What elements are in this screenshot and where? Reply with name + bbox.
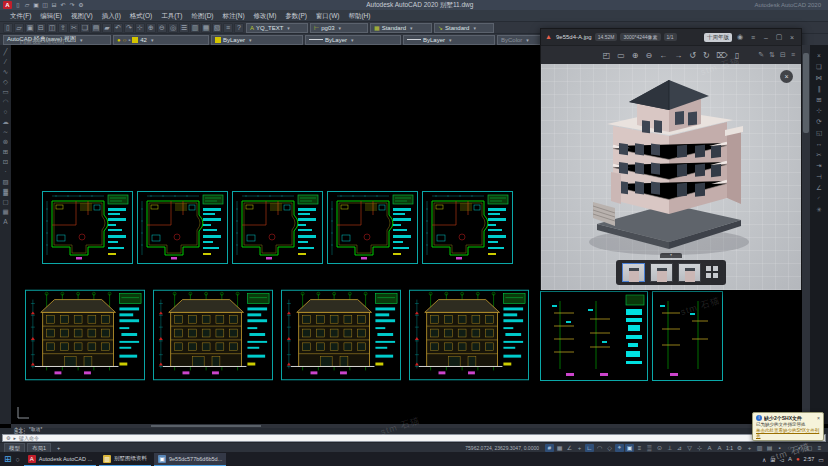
viewer-title-bar[interactable]: ▲ 9e55d4-A.jpg 14.52M3000*4244像素1/1 十周年版… xyxy=(541,29,801,45)
mleader-style-combo[interactable]: ↘ Standard xyxy=(434,23,494,33)
layout-tab[interactable]: 模型 xyxy=(4,443,25,453)
clean-screen-icon[interactable]: ▢ xyxy=(805,444,814,452)
save-icon[interactable]: ▣ xyxy=(25,23,35,33)
plot-icon[interactable]: ⊟ xyxy=(50,1,58,9)
grid-icon[interactable]: # xyxy=(545,444,554,452)
thumbnail-1[interactable] xyxy=(622,263,645,282)
trim-icon[interactable]: ✂ xyxy=(815,150,824,159)
menu-item[interactable]: 窗口(W) xyxy=(312,10,343,21)
taskbar-search-icon[interactable]: ○ xyxy=(16,456,20,463)
user-icon[interactable]: ◉ xyxy=(735,33,745,41)
autoscale-icon[interactable]: A xyxy=(715,444,724,452)
properties-icon[interactable]: ☰ xyxy=(179,23,189,33)
menu-item[interactable]: 修改(M) xyxy=(250,10,281,21)
image-close-button[interactable]: × xyxy=(780,70,793,83)
horizontal-scrollbar-thumb[interactable] xyxy=(151,425,261,427)
notification-link[interactable]: 单击此处查看缺少的SHX文件列表 xyxy=(756,428,820,438)
workspace-icon[interactable]: ⚙ xyxy=(77,1,85,9)
units-icon[interactable]: ▥ xyxy=(755,444,764,452)
break-icon[interactable]: ⊣ xyxy=(815,172,824,181)
menu-item[interactable]: 帮助(H) xyxy=(344,10,374,21)
rotate-left-icon[interactable]: ↺ xyxy=(689,51,696,60)
task-autocad[interactable]: A Autodesk AutoCAD ... xyxy=(24,453,96,466)
thumbnail-2[interactable] xyxy=(650,263,673,282)
help-icon[interactable]: ? xyxy=(234,23,244,33)
linetype-combo[interactable]: ByLayer xyxy=(305,35,401,45)
tray-up-icon[interactable]: ∧ xyxy=(762,456,766,463)
floor-plan-1[interactable] xyxy=(42,191,133,264)
extend-icon[interactable]: ⇥ xyxy=(815,161,824,170)
customize-wrench-icon[interactable]: ⚙ xyxy=(6,435,10,441)
otrack-icon[interactable]: ⌖ xyxy=(615,444,624,452)
publish-icon[interactable]: ⇪ xyxy=(58,23,68,33)
ortho-icon[interactable]: ∟ xyxy=(585,444,594,452)
floor-plan-5[interactable] xyxy=(422,191,513,264)
clock[interactable]: 2:57 xyxy=(804,456,815,462)
ellipse-icon[interactable]: ⊜ xyxy=(1,137,10,146)
new-icon[interactable]: ▯ xyxy=(3,23,13,33)
arc-icon[interactable]: ◠ xyxy=(1,97,10,106)
circle-icon[interactable]: ○ xyxy=(1,107,10,116)
quick-prop-icon[interactable]: ▤ xyxy=(765,444,774,452)
transparency-icon[interactable]: ▒ xyxy=(645,444,654,452)
sheetset-icon[interactable]: ▧ xyxy=(212,23,222,33)
menu-item[interactable]: 绘图(D) xyxy=(188,10,218,21)
floor-plan-3[interactable] xyxy=(232,191,323,264)
explode-icon[interactable]: ✳ xyxy=(815,205,824,214)
annot-monitor-icon[interactable]: + xyxy=(745,444,754,452)
calc-icon[interactable]: ≡ xyxy=(223,23,233,33)
lineweight-combo[interactable]: ByLayer xyxy=(403,35,495,45)
fillet-icon[interactable]: ◜ xyxy=(815,194,824,203)
autocad-logo-icon[interactable]: A xyxy=(3,1,12,9)
menu-item[interactable]: 插入(I) xyxy=(98,10,125,21)
menu-item[interactable]: 视图(V) xyxy=(67,10,97,21)
spline-icon[interactable]: ∼ xyxy=(1,127,10,136)
copy-icon[interactable]: ❏ xyxy=(815,62,824,71)
ducs-icon[interactable]: ⊿ xyxy=(675,444,684,452)
open-icon[interactable]: ▱ xyxy=(23,1,31,9)
offset-icon[interactable]: ∥ xyxy=(815,84,824,93)
cut-icon[interactable]: ✂ xyxy=(69,23,79,33)
delete-icon[interactable]: ⌦ xyxy=(717,51,728,60)
new-file-icon[interactable]: ▯ xyxy=(14,1,22,9)
region-icon[interactable]: ▢ xyxy=(1,197,10,206)
rectangle-icon[interactable]: ▭ xyxy=(1,87,10,96)
redo-icon[interactable]: ↷ xyxy=(68,1,76,9)
menu-item[interactable]: 文件(F) xyxy=(6,10,35,21)
array-icon[interactable]: ⊞ xyxy=(815,95,824,104)
xline-icon[interactable]: ⁄ xyxy=(1,57,10,66)
dim-style-combo[interactable]: ⊢ pg03 xyxy=(310,23,368,33)
start-button[interactable]: ⊞ xyxy=(4,454,12,464)
chamfer-icon[interactable]: ∠ xyxy=(815,183,824,192)
isolate-icon[interactable]: ◌ xyxy=(785,444,794,452)
paste-icon[interactable]: ▤ xyxy=(91,23,101,33)
hw-accel-icon[interactable]: ◐ xyxy=(795,444,804,452)
match-icon[interactable]: ▰ xyxy=(102,23,112,33)
gradient-icon[interactable]: ▓ xyxy=(1,187,10,196)
make-block-icon[interactable]: ⊡ xyxy=(1,157,10,166)
menu-item[interactable]: 格式(O) xyxy=(126,10,156,21)
sort-icon[interactable]: ⇅ xyxy=(769,51,775,59)
mtext-icon[interactable]: A xyxy=(1,217,10,226)
filter-icon[interactable]: ▽ xyxy=(685,444,694,452)
pan-icon[interactable]: ⊹ xyxy=(135,23,145,33)
edit-icon[interactable]: ✎ xyxy=(758,51,764,59)
viewer-maximize-button[interactable]: ▢ xyxy=(774,33,784,41)
polyline-icon[interactable]: ∿ xyxy=(1,67,10,76)
cycle-icon[interactable]: ⊙ xyxy=(655,444,664,452)
menu-item[interactable]: 参数(P) xyxy=(281,10,311,21)
thumbnail-grid-view-button[interactable] xyxy=(706,266,720,280)
vertical-scrollbar-thumb[interactable] xyxy=(803,53,809,133)
undo-icon[interactable]: ↶ xyxy=(59,1,67,9)
workspace-gear-icon[interactable]: ⚙ xyxy=(735,444,744,452)
print-icon[interactable]: ⊟ xyxy=(780,51,786,59)
osnap3d-icon[interactable]: ⊥ xyxy=(665,444,674,452)
redo-icon[interactable]: ↷ xyxy=(124,23,134,33)
polar-icon[interactable]: ◠ xyxy=(595,444,604,452)
ime-icon[interactable]: A xyxy=(788,456,792,463)
elevation-4[interactable] xyxy=(409,289,529,381)
floor-plan-4[interactable] xyxy=(327,191,418,264)
next-image-icon[interactable]: → xyxy=(674,51,682,60)
viewer-close-button[interactable]: × xyxy=(787,34,797,41)
network-icon[interactable]: ⊞ xyxy=(770,456,775,463)
